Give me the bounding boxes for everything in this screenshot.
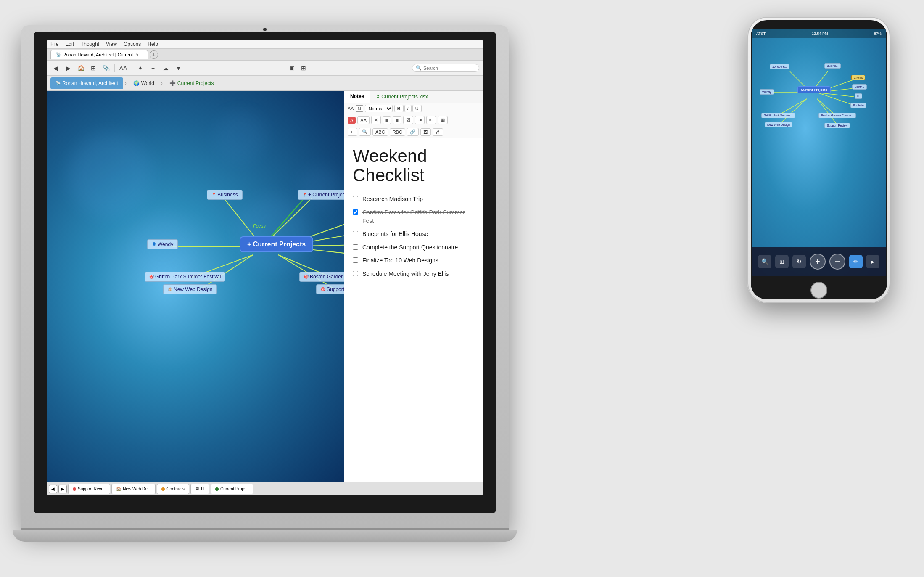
phone-refresh-btn[interactable]: ↻ bbox=[792, 255, 806, 268]
add-tab-button[interactable]: + bbox=[150, 50, 158, 59]
feet-icon: 📍 bbox=[211, 193, 216, 197]
italic-button[interactable]: I bbox=[404, 105, 412, 112]
mm-node-griffith[interactable]: 🎯 Griffith Park Summer Festival bbox=[145, 272, 225, 282]
breadcrumb-current[interactable]: ➕ Current Projects bbox=[164, 77, 219, 89]
mm-node-central[interactable]: + Current Projects bbox=[240, 236, 313, 252]
mm-node-wendy[interactable]: 👤 Wendy bbox=[147, 239, 178, 249]
spellcheck2-btn[interactable]: RBC bbox=[390, 128, 405, 136]
checkbox-6[interactable] bbox=[353, 271, 358, 276]
menu-thought[interactable]: Thought bbox=[81, 41, 99, 47]
phone-expand-btn[interactable]: ⊞ bbox=[775, 255, 789, 268]
clear-btn[interactable]: ✕ bbox=[371, 116, 381, 124]
cloud-button[interactable]: ☁ bbox=[161, 63, 171, 73]
main-toolbar: ◀ ▶ 🏠 ⊞ 📎 AA ✦ + ☁ ▾ ▣ bbox=[47, 61, 483, 76]
breadcrumb-world[interactable]: 🌍 World bbox=[128, 77, 159, 89]
font-style-select[interactable]: Normal bbox=[365, 105, 393, 112]
phone-search-btn[interactable]: 🔍 bbox=[758, 255, 771, 268]
search-box[interactable]: 🔍 bbox=[412, 64, 479, 72]
menu-options[interactable]: Options bbox=[124, 41, 141, 47]
menu-help[interactable]: Help bbox=[148, 41, 158, 47]
phone-more-btn[interactable]: ▸ bbox=[866, 255, 879, 268]
phone-mm-newweb[interactable]: New Web Design bbox=[765, 122, 792, 127]
bottom-tab-support[interactable]: Support Revi... bbox=[68, 484, 110, 494]
phone-mm-feet[interactable]: 10, 000 F... bbox=[770, 64, 789, 69]
highlight-btn[interactable]: AA bbox=[357, 116, 370, 124]
outdent-btn[interactable]: ⇤ bbox=[426, 116, 436, 124]
phone-plus-btn[interactable]: + bbox=[810, 254, 826, 270]
menu-view[interactable]: View bbox=[106, 41, 117, 47]
checkbox-4[interactable] bbox=[353, 244, 358, 250]
bottom-tab-contracts[interactable]: Contracts bbox=[157, 484, 189, 494]
menu-file[interactable]: File bbox=[50, 41, 58, 47]
checkbox-1[interactable] bbox=[353, 196, 358, 201]
indent-btn[interactable]: ⇥ bbox=[415, 116, 425, 124]
more-button[interactable]: ▾ bbox=[173, 63, 183, 73]
phone-mm-business[interactable]: Busine... bbox=[824, 63, 841, 69]
mm-node-boston[interactable]: 🎯 Boston Garden Competition bbox=[299, 272, 344, 282]
panel-toolbar-2: A AA ✕ ≡ ≡ ☑ ⇥ ⇤ ▦ bbox=[344, 114, 483, 126]
phone-device: AT&T 12:54 PM 87% bbox=[747, 17, 890, 303]
image-btn[interactable]: 🖼 bbox=[420, 128, 431, 136]
mm-node-support[interactable]: 🎯 Support Review bbox=[316, 284, 344, 294]
arrange-button[interactable]: ✦ bbox=[135, 63, 145, 73]
phone-mm-clients[interactable]: Clients bbox=[851, 75, 865, 80]
bold-button[interactable]: B bbox=[394, 105, 404, 112]
phone-mindmap[interactable]: 10, 000 F... Busine... Wendy Current Pro… bbox=[752, 38, 886, 247]
spellcheck-btn[interactable]: ABC bbox=[372, 128, 388, 136]
expand-button[interactable]: ⊞ bbox=[88, 63, 98, 73]
attach-button[interactable]: 📎 bbox=[101, 63, 111, 73]
list-btn[interactable]: ≡ bbox=[383, 116, 391, 124]
checklist-item-1: Research Madison Trip bbox=[353, 195, 474, 204]
bottom-nav-left[interactable]: ◀ bbox=[49, 485, 57, 493]
bottom-tab-current[interactable]: Current Proje... bbox=[211, 484, 253, 494]
checkbox-2[interactable] bbox=[353, 209, 358, 215]
nav-forward-button[interactable]: ▶ bbox=[63, 63, 73, 73]
menu-edit[interactable]: Edit bbox=[65, 41, 74, 47]
phone-mm-contr[interactable]: Contr... bbox=[852, 84, 867, 90]
bottom-tab-it[interactable]: 🖥 IT bbox=[190, 484, 209, 494]
checklist-label-3: Blueprints for Ellis House bbox=[362, 230, 428, 238]
phone-mm-boston[interactable]: Boston Garden Compe... bbox=[818, 113, 856, 118]
mindmap-area[interactable]: Focus 📍 Business 📍 + Cu bbox=[47, 91, 344, 482]
add-child-button[interactable]: + bbox=[148, 63, 158, 73]
bottom-tab-newweb[interactable]: 🏠 New Web De... bbox=[111, 484, 156, 494]
phone-mm-portfolio[interactable]: Portfolio bbox=[850, 103, 866, 108]
phone-mm-wendy[interactable]: Wendy bbox=[760, 89, 774, 95]
underline-button[interactable]: U bbox=[412, 105, 422, 112]
phone-edit-btn[interactable]: ✏ bbox=[849, 255, 863, 268]
search-replace-btn[interactable]: 🔍 bbox=[359, 128, 371, 136]
print-btn[interactable]: 🖨 bbox=[433, 128, 443, 136]
link-btn[interactable]: 🔗 bbox=[407, 128, 419, 136]
phone-mm-central[interactable]: Current Projects bbox=[797, 86, 831, 93]
undo-btn[interactable]: ↩ bbox=[348, 128, 357, 136]
color-btn[interactable]: A bbox=[348, 117, 356, 124]
laptop-camera bbox=[263, 28, 267, 31]
search-icon: 🔍 bbox=[416, 65, 422, 71]
table-btn[interactable]: ▦ bbox=[438, 116, 448, 124]
phone-screen[interactable]: AT&T 12:54 PM 87% bbox=[752, 29, 886, 276]
font-style-label: N bbox=[356, 105, 363, 112]
phone-mm-griffith[interactable]: Griffith Park Summe... bbox=[761, 113, 795, 118]
mm-node-business[interactable]: 📍 + Current Projects bbox=[298, 190, 344, 200]
phone-minus-btn[interactable]: − bbox=[829, 254, 845, 270]
search-input[interactable] bbox=[423, 66, 474, 71]
panel-tab-notes[interactable]: Notes bbox=[344, 91, 370, 103]
mm-node-feet[interactable]: 📍 Business bbox=[207, 190, 243, 200]
checkbox-3[interactable] bbox=[353, 231, 358, 236]
phone-mm-it[interactable]: IT bbox=[855, 93, 862, 99]
view-single-button[interactable]: ▣ bbox=[287, 63, 297, 73]
main-tab[interactable]: 📡 Ronan Howard, Architect | Current Pr..… bbox=[50, 50, 148, 59]
breadcrumb-root[interactable]: 📡 Ronan Howard, Architect bbox=[50, 77, 123, 89]
phone-mm-support[interactable]: Support Review bbox=[824, 123, 850, 128]
home-button[interactable]: 🏠 bbox=[76, 63, 86, 73]
checkbox-5[interactable] bbox=[353, 257, 358, 263]
check-btn[interactable]: ☑ bbox=[403, 116, 413, 124]
panel-tab-file[interactable]: X Current Projects.xlsx bbox=[370, 91, 434, 103]
mm-node-newweb[interactable]: 🏠 New Web Design bbox=[163, 284, 217, 294]
font-button[interactable]: AA bbox=[118, 63, 128, 73]
view-split-button[interactable]: ⊞ bbox=[298, 63, 309, 73]
phone-home-button[interactable] bbox=[810, 282, 827, 299]
list2-btn[interactable]: ≡ bbox=[393, 116, 401, 124]
nav-back-button[interactable]: ◀ bbox=[50, 63, 61, 73]
bottom-nav-right[interactable]: ▶ bbox=[58, 485, 67, 493]
